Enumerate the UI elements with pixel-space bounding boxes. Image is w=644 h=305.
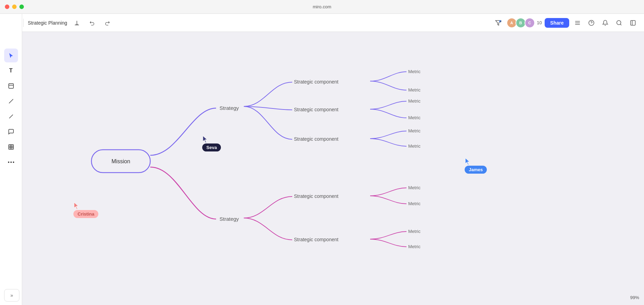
svg-point-21 <box>13 162 14 163</box>
svg-text:Strategic component: Strategic component <box>294 136 339 142</box>
svg-text:Metric: Metric <box>408 115 421 120</box>
board-title[interactable]: Strategic Planning <box>28 20 67 26</box>
sidebar-toggle-button[interactable] <box>627 17 638 28</box>
maximize-button[interactable] <box>19 5 24 9</box>
header-right: ✓ A B C 10 Share <box>493 17 638 28</box>
mindmap-svg: Mission Strategy Strategic component Str… <box>22 32 644 305</box>
minimize-button[interactable] <box>12 5 17 9</box>
help-button[interactable] <box>586 17 597 28</box>
title-bar: miro.com <box>0 0 644 14</box>
svg-rect-8 <box>630 20 635 25</box>
svg-line-13 <box>9 115 13 119</box>
filter-button[interactable]: ✓ <box>493 17 504 28</box>
expand-icon: » <box>10 293 13 298</box>
svg-text:Strategic component: Strategic component <box>294 193 339 199</box>
svg-point-20 <box>10 162 12 163</box>
app-header: miro Strategic Planning ✓ A B C <box>0 14 644 32</box>
zoom-indicator: 99% <box>630 295 639 300</box>
svg-text:Strategic component: Strategic component <box>294 237 339 242</box>
sticky-note-tool[interactable] <box>4 79 18 93</box>
svg-text:Metric: Metric <box>408 98 421 104</box>
svg-text:Metric: Metric <box>408 201 421 206</box>
window-title: miro.com <box>313 4 331 9</box>
svg-line-7 <box>620 24 621 25</box>
text-tool[interactable]: T <box>4 64 18 78</box>
svg-text:Strategy: Strategy <box>220 105 239 111</box>
svg-point-19 <box>8 162 9 163</box>
collaborators-list: A B C 10 <box>507 18 542 28</box>
select-tool[interactable] <box>4 49 18 62</box>
svg-text:Strategic component: Strategic component <box>294 79 339 85</box>
svg-text:Metric: Metric <box>408 69 421 74</box>
svg-text:Metric: Metric <box>408 244 421 249</box>
svg-rect-10 <box>9 84 14 88</box>
share-button[interactable]: Share <box>545 18 569 28</box>
export-button[interactable] <box>71 17 82 28</box>
settings-button[interactable] <box>572 17 583 28</box>
svg-text:Strategic component: Strategic component <box>294 107 339 112</box>
svg-rect-14 <box>9 145 14 149</box>
shape-tool[interactable] <box>4 94 18 108</box>
svg-text:Mission: Mission <box>111 158 130 164</box>
redo-button[interactable] <box>102 17 113 28</box>
search-button[interactable] <box>614 17 625 28</box>
svg-text:✓: ✓ <box>500 20 501 22</box>
svg-text:Metric: Metric <box>408 143 421 149</box>
canvas[interactable]: Mission Strategy Strategic component Str… <box>22 32 644 305</box>
comment-tool[interactable] <box>4 125 18 139</box>
frame-tool[interactable] <box>4 140 18 154</box>
svg-text:Metric: Metric <box>408 185 421 190</box>
line-tool[interactable] <box>4 110 18 123</box>
svg-text:Metric: Metric <box>408 128 421 133</box>
undo-button[interactable] <box>87 17 98 28</box>
svg-line-12 <box>9 99 13 103</box>
traffic-lights <box>5 5 24 9</box>
close-button[interactable] <box>5 5 9 9</box>
collab-count: 10 <box>537 20 542 25</box>
svg-text:Metric: Metric <box>408 87 421 93</box>
svg-text:Strategy: Strategy <box>220 216 239 222</box>
left-toolbar: T <box>0 14 22 305</box>
notifications-button[interactable] <box>600 17 611 28</box>
svg-point-6 <box>617 20 621 25</box>
header-divider <box>23 19 24 27</box>
more-tools-button[interactable] <box>4 155 18 169</box>
expand-panel[interactable]: » <box>4 289 19 302</box>
avatar-3: C <box>525 18 535 28</box>
svg-text:Metric: Metric <box>408 229 421 234</box>
